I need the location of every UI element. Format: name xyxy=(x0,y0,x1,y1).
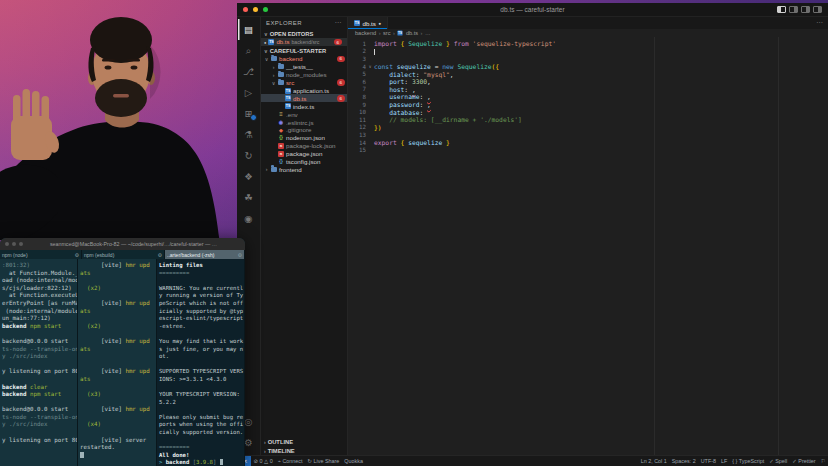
line-number: 10 xyxy=(348,109,366,115)
tree-item-tsconfig-json[interactable]: {}tsconfig.json xyxy=(261,158,347,166)
tree-label: __tests__ xyxy=(286,63,313,70)
terminal-pane-npm-esbuild[interactable]: [vite] hmr updats (x2) [vite] hmr updats… xyxy=(78,259,157,466)
status-problems[interactable]: ⊘ 0 △ 0 xyxy=(251,458,275,464)
code-line: 6 port: 3300, xyxy=(348,78,828,86)
minimize-window-button[interactable] xyxy=(253,7,258,12)
more-actions-icon[interactable]: ⋯ xyxy=(335,19,342,27)
line-number: 4 xyxy=(348,64,366,70)
close-window-button[interactable] xyxy=(243,7,248,12)
terminal-line: icially supported by @typ xyxy=(159,308,242,316)
terminal-tab-backend-zsh[interactable]: ..arter/backend (-zsh)⚙ xyxy=(165,250,245,259)
timeline-section[interactable]: › TIMELINE xyxy=(261,446,347,455)
live-share-icon[interactable]: ↻ xyxy=(238,145,260,166)
tree-item-node-modules[interactable]: ›node_modules xyxy=(261,71,347,79)
status-connect[interactable]: ⌁ Connect xyxy=(275,458,305,464)
workspace-section[interactable]: ∨ CAREFUL-STARTER xyxy=(261,46,347,55)
terminal-line: peScript which is not off xyxy=(159,300,242,308)
tree-item-application-ts[interactable]: TSapplication.ts xyxy=(261,87,347,95)
outline-section[interactable]: › OUTLINE xyxy=(261,437,347,446)
terminal-pane-backend-zsh[interactable]: Linting files=========WARNING: You are c… xyxy=(157,259,245,466)
status-notifications[interactable]: ⚐ xyxy=(818,458,828,464)
status-spell[interactable]: ✓ Spell xyxy=(767,458,790,464)
docker-icon[interactable]: ❖ xyxy=(238,166,260,187)
terminal-line: ========= xyxy=(159,444,242,452)
search-icon[interactable]: ⌕ xyxy=(238,40,260,61)
breadcrumb-item[interactable]: src xyxy=(383,30,390,36)
status-language-mode[interactable]: { } TypeScript xyxy=(730,458,767,464)
terminal-line xyxy=(80,361,154,369)
layout-controls xyxy=(777,6,828,14)
chevron-down-icon: ∨ xyxy=(264,56,269,62)
tree-item-frontend[interactable]: ›frontend xyxy=(261,165,347,173)
open-editor-item[interactable]: ●TSdb.tsbackend/src6 xyxy=(261,38,347,46)
toggle-panel-icon[interactable] xyxy=(789,6,798,14)
maximize-window-button[interactable] xyxy=(263,7,268,12)
tree-item-package-lock-json[interactable]: npackage-lock.json xyxy=(261,142,347,150)
status-prettier[interactable]: ✓ Prettier xyxy=(790,458,818,464)
tree-item-src[interactable]: ∨src6 xyxy=(261,79,347,87)
terminal-pane-npm-node[interactable]: :801:32) at Function.Module._load (node:… xyxy=(0,259,78,466)
maximize-window-button[interactable] xyxy=(19,242,23,246)
code-line: 3 xyxy=(348,55,828,63)
tab-db-ts[interactable]: TS db.ts ● xyxy=(348,17,388,29)
tree-item-db-ts[interactable]: TSdb.ts6 xyxy=(261,94,347,102)
terminal-titlebar[interactable]: seanmced@MacBook-Pro-82 — ~/code/superhi… xyxy=(0,238,245,250)
tree-item--env[interactable]: ≡.env xyxy=(261,110,347,118)
gear-icon[interactable]: ⚙ xyxy=(158,252,162,258)
line-number: 3 xyxy=(348,56,366,62)
breadcrumb-item[interactable]: … xyxy=(425,30,431,36)
terminal-tab-title: ..arter/backend (-zsh) xyxy=(167,252,215,258)
tree-item--gitignore[interactable]: ◆.gitignore xyxy=(261,126,347,134)
npm-scripts-icon[interactable]: ◉ xyxy=(238,208,260,229)
tree-item-package-json[interactable]: npackage.json xyxy=(261,150,347,158)
tree-item-index-ts[interactable]: TSindex.ts xyxy=(261,102,347,110)
terminal-line: ts-node --transpile-onl xyxy=(2,346,75,354)
status-encoding[interactable]: UTF-8 xyxy=(698,458,718,464)
toggle-secondary-sidebar-icon[interactable] xyxy=(801,6,810,14)
code-editor[interactable]: 1import { Sequelize } from 'sequelize-ty… xyxy=(348,37,828,455)
status-quokka[interactable]: Quokka xyxy=(342,458,366,464)
testing-icon[interactable]: ⚗ xyxy=(238,124,260,145)
breadcrumb-item[interactable]: backend xyxy=(355,30,376,36)
run-debug-icon[interactable]: ▷ xyxy=(238,82,260,103)
terminal-line: (x2) xyxy=(80,285,154,293)
mongodb-icon[interactable]: ☘ xyxy=(238,187,260,208)
terminal-tab-npm-esbuild[interactable]: npm (esbuild)⚙ xyxy=(82,250,165,259)
window-controls xyxy=(237,7,274,12)
vscode-titlebar[interactable]: db.ts — careful-starter xyxy=(237,3,828,17)
terminal-line: s just fine, or you may n xyxy=(159,346,242,354)
code-text: host: , xyxy=(374,86,416,93)
terminal-line: -estree. xyxy=(159,323,242,331)
terminal-tab-npm-node[interactable]: npm (node)⚙ xyxy=(0,250,82,259)
status-live-share[interactable]: ↻ Live Share xyxy=(305,458,342,464)
folder-open-icon xyxy=(278,80,284,85)
tree-item-backend[interactable]: ∨backend6 xyxy=(261,55,347,63)
source-control-icon[interactable]: ⎇ xyxy=(238,61,260,82)
extensions-icon[interactable]: ⊞ xyxy=(238,103,260,124)
gear-icon[interactable]: ⚙ xyxy=(75,252,79,258)
tree-item--eslintrc-js[interactable]: ◉.eslintrc.js xyxy=(261,118,347,126)
fold-chevron-icon[interactable]: ∨ xyxy=(366,64,374,69)
tree-item--tests-[interactable]: ›__tests__ xyxy=(261,63,347,71)
close-window-button[interactable] xyxy=(5,242,9,246)
gear-icon[interactable]: ⚙ xyxy=(238,252,242,258)
open-editors-section[interactable]: ∨ OPEN EDITORS xyxy=(261,29,347,38)
toggle-primary-sidebar-icon[interactable] xyxy=(777,6,786,14)
customize-layout-icon[interactable] xyxy=(813,6,822,14)
editor-actions-icon[interactable]: ⋯ xyxy=(816,19,828,27)
tree-item-nodemon-json[interactable]: {}nodemon.json xyxy=(261,134,347,142)
tree-label: nodemon.json xyxy=(286,134,325,141)
terminal-line xyxy=(80,414,154,422)
breadcrumb-item[interactable]: db.ts xyxy=(406,30,418,36)
modified-dot-icon[interactable]: ● xyxy=(378,21,381,26)
status-cursor-position[interactable]: Ln 2, Col 1 xyxy=(638,458,669,464)
status-indentation[interactable]: Spaces: 2 xyxy=(669,458,698,464)
terminal-line: [vite] hmr upd xyxy=(80,262,154,270)
status-eol[interactable]: LF xyxy=(718,458,729,464)
minimize-window-button[interactable] xyxy=(12,242,16,246)
terminal-tab-title: npm (esbuild) xyxy=(84,252,114,258)
npm-icon: n xyxy=(278,151,284,157)
open-editor-path: backend/src xyxy=(291,39,319,45)
explorer-icon[interactable]: ▤ xyxy=(238,19,260,40)
env-icon: ≡ xyxy=(278,111,284,117)
